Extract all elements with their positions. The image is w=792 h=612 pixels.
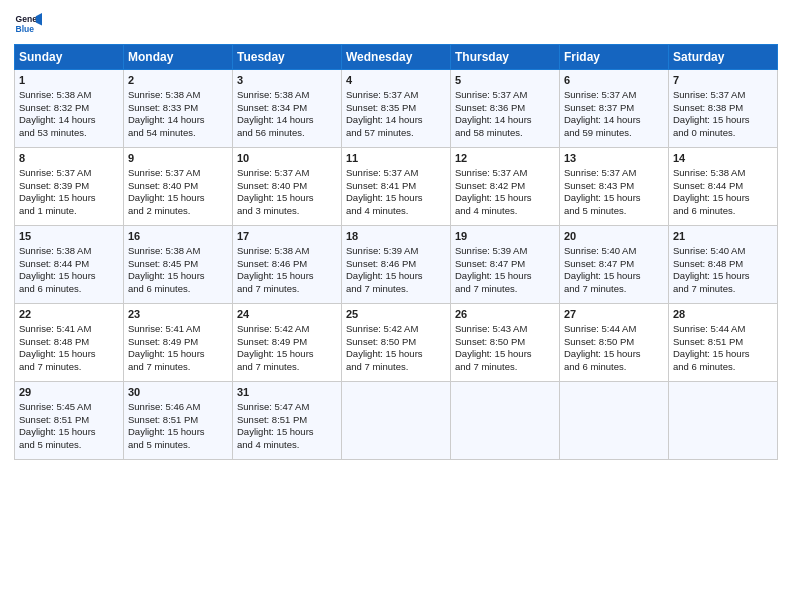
day-info: Sunset: 8:48 PM [673,258,773,271]
day-info: Daylight: 15 hours [19,270,119,283]
column-header-sunday: Sunday [15,45,124,70]
day-info: Daylight: 15 hours [237,426,337,439]
day-info: and 5 minutes. [19,439,119,452]
day-info: Sunrise: 5:37 AM [128,167,228,180]
day-number: 13 [564,151,664,166]
table-row: 13Sunrise: 5:37 AMSunset: 8:43 PMDayligh… [560,148,669,226]
day-info: Sunrise: 5:46 AM [128,401,228,414]
day-info: Sunset: 8:49 PM [237,336,337,349]
day-info: and 5 minutes. [128,439,228,452]
day-info: Sunset: 8:42 PM [455,180,555,193]
day-number: 30 [128,385,228,400]
day-info: Daylight: 15 hours [346,270,446,283]
day-info: Daylight: 15 hours [673,348,773,361]
day-info: Sunset: 8:51 PM [19,414,119,427]
day-info: Sunrise: 5:39 AM [346,245,446,258]
day-info: Sunset: 8:44 PM [19,258,119,271]
day-info: and 0 minutes. [673,127,773,140]
day-info: Sunset: 8:50 PM [564,336,664,349]
table-row [342,382,451,460]
day-info: Daylight: 15 hours [455,192,555,205]
day-info: Sunrise: 5:41 AM [128,323,228,336]
column-header-saturday: Saturday [669,45,778,70]
day-info: Daylight: 15 hours [346,348,446,361]
day-info: Daylight: 15 hours [564,270,664,283]
day-number: 29 [19,385,119,400]
table-row: 29Sunrise: 5:45 AMSunset: 8:51 PMDayligh… [15,382,124,460]
day-info: Daylight: 14 hours [564,114,664,127]
day-info: and 5 minutes. [564,205,664,218]
day-info: Sunrise: 5:38 AM [237,245,337,258]
table-row [669,382,778,460]
table-row: 10Sunrise: 5:37 AMSunset: 8:40 PMDayligh… [233,148,342,226]
table-row: 17Sunrise: 5:38 AMSunset: 8:46 PMDayligh… [233,226,342,304]
day-info: and 57 minutes. [346,127,446,140]
day-info: and 56 minutes. [237,127,337,140]
day-info: Sunrise: 5:40 AM [673,245,773,258]
day-number: 6 [564,73,664,88]
day-number: 2 [128,73,228,88]
day-info: and 6 minutes. [564,361,664,374]
table-row: 3Sunrise: 5:38 AMSunset: 8:34 PMDaylight… [233,70,342,148]
table-row: 9Sunrise: 5:37 AMSunset: 8:40 PMDaylight… [124,148,233,226]
day-info: and 7 minutes. [237,283,337,296]
table-row: 6Sunrise: 5:37 AMSunset: 8:37 PMDaylight… [560,70,669,148]
day-info: and 4 minutes. [346,205,446,218]
day-info: Sunset: 8:32 PM [19,102,119,115]
table-row: 14Sunrise: 5:38 AMSunset: 8:44 PMDayligh… [669,148,778,226]
day-info: Daylight: 15 hours [19,426,119,439]
day-info: Sunrise: 5:38 AM [19,89,119,102]
day-info: Daylight: 14 hours [237,114,337,127]
table-row: 24Sunrise: 5:42 AMSunset: 8:49 PMDayligh… [233,304,342,382]
day-info: Sunset: 8:40 PM [237,180,337,193]
table-row: 22Sunrise: 5:41 AMSunset: 8:48 PMDayligh… [15,304,124,382]
day-info: Sunset: 8:51 PM [673,336,773,349]
day-number: 4 [346,73,446,88]
day-info: Sunset: 8:36 PM [455,102,555,115]
table-row: 8Sunrise: 5:37 AMSunset: 8:39 PMDaylight… [15,148,124,226]
day-number: 8 [19,151,119,166]
day-number: 17 [237,229,337,244]
day-info: Sunrise: 5:44 AM [673,323,773,336]
day-info: and 7 minutes. [673,283,773,296]
day-number: 21 [673,229,773,244]
day-number: 5 [455,73,555,88]
day-info: Sunrise: 5:38 AM [237,89,337,102]
column-header-tuesday: Tuesday [233,45,342,70]
day-info: Sunrise: 5:37 AM [455,167,555,180]
day-info: Sunset: 8:46 PM [237,258,337,271]
day-info: Sunset: 8:39 PM [19,180,119,193]
day-info: Sunset: 8:44 PM [673,180,773,193]
day-number: 27 [564,307,664,322]
day-info: and 58 minutes. [455,127,555,140]
day-number: 10 [237,151,337,166]
day-number: 25 [346,307,446,322]
day-number: 19 [455,229,555,244]
day-info: Daylight: 15 hours [673,192,773,205]
day-info: and 4 minutes. [237,439,337,452]
day-info: Daylight: 15 hours [19,348,119,361]
table-row [560,382,669,460]
day-info: Sunset: 8:50 PM [455,336,555,349]
day-info: Sunrise: 5:43 AM [455,323,555,336]
day-info: and 7 minutes. [455,361,555,374]
day-info: Sunset: 8:37 PM [564,102,664,115]
day-info: and 59 minutes. [564,127,664,140]
day-info: Sunset: 8:43 PM [564,180,664,193]
day-info: Sunset: 8:50 PM [346,336,446,349]
day-info: Sunrise: 5:37 AM [19,167,119,180]
day-info: Sunrise: 5:38 AM [673,167,773,180]
table-row: 15Sunrise: 5:38 AMSunset: 8:44 PMDayligh… [15,226,124,304]
day-info: Sunset: 8:45 PM [128,258,228,271]
day-info: Daylight: 14 hours [19,114,119,127]
day-info: Daylight: 15 hours [346,192,446,205]
day-info: Sunset: 8:47 PM [455,258,555,271]
day-info: Sunset: 8:40 PM [128,180,228,193]
column-header-wednesday: Wednesday [342,45,451,70]
day-info: Daylight: 15 hours [237,348,337,361]
day-info: and 7 minutes. [237,361,337,374]
day-info: Daylight: 14 hours [128,114,228,127]
day-number: 31 [237,385,337,400]
day-info: and 6 minutes. [673,205,773,218]
day-number: 26 [455,307,555,322]
